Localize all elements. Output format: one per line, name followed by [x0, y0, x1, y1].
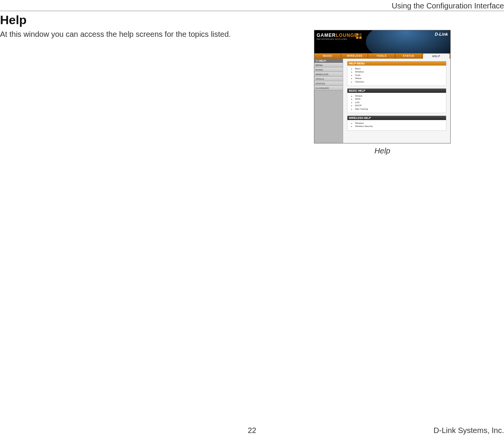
panel-basic-help: BASIC HELP Wizard WAN LAN DHCP Mac Cloni… [347, 88, 446, 113]
help-link-wireless[interactable]: Wireless [355, 70, 446, 73]
svg-line-8 [316, 61, 316, 62]
nav-tab-wireless[interactable]: WIRELESS [341, 53, 368, 59]
router-banner: GAMERLOUNGE NETWORKING EVOLVED D-Link [314, 30, 450, 53]
nav-tab-tools[interactable]: TOOLS [368, 53, 395, 59]
svg-line-7 [317, 60, 318, 60]
svg-line-6 [317, 61, 318, 62]
panel-header: WIRELESS HELP [347, 116, 446, 120]
help-link-wireless-security[interactable]: Wireless Security [355, 125, 446, 128]
figure-caption: Help [314, 147, 451, 155]
help-link-mac-cloning[interactable]: Mac Cloning [355, 107, 446, 110]
panel-header: BASIC HELP [347, 89, 446, 93]
panel-help-menu: HELP MENU Basic Wireless Tools Status Gl… [347, 61, 446, 86]
help-link-tools[interactable]: Tools [355, 74, 446, 77]
gear-icon [316, 59, 318, 62]
dlink-logo: D-Link [435, 32, 448, 36]
sidebar-header-label: HELP [319, 59, 326, 62]
help-link-lan[interactable]: LAN [355, 101, 446, 104]
brand-subtitle: NETWORKING EVOLVED [317, 38, 358, 40]
router-top-nav: BASIC WIRELESS TOOLS STATUS HELP [314, 53, 450, 59]
panel-header: HELP MENU [347, 61, 446, 66]
nav-tab-basic[interactable]: BASIC [314, 53, 341, 59]
sidebar-item-menu[interactable]: MENU [314, 63, 343, 68]
help-link-basic[interactable]: Basic [355, 67, 446, 70]
nav-tab-status[interactable]: STATUS [395, 53, 422, 59]
router-screenshot: GAMERLOUNGE NETWORKING EVOLVED D-Link BA… [314, 30, 451, 143]
footer-company: D-Link Systems, Inc. [434, 426, 504, 435]
page-number: 22 [248, 426, 256, 435]
logo-squares-icon [356, 33, 362, 39]
help-link-wizard[interactable]: Wizard [355, 94, 446, 97]
help-link-status[interactable]: Status [355, 77, 446, 80]
page-title: Help [0, 13, 26, 27]
sidebar-item-tools[interactable]: TOOLS [314, 77, 343, 81]
sidebar-item-glossary[interactable]: GLOSSARY [314, 86, 343, 91]
router-body: HELP MENU BASIC WIRELESS TOOLS STATUS GL… [314, 59, 450, 143]
panel-list: Basic Wireless Tools Status Glossary [347, 67, 446, 83]
router-main: HELP MENU Basic Wireless Tools Status Gl… [343, 59, 450, 143]
router-sidebar: HELP MENU BASIC WIRELESS TOOLS STATUS GL… [314, 59, 343, 143]
svg-line-5 [316, 60, 316, 60]
panel-wireless-help: WIRELESS HELP Wireless Wireless Security [347, 115, 446, 131]
sidebar-item-wireless[interactable]: WIRELESS [314, 72, 343, 77]
sidebar-item-basic[interactable]: BASIC [314, 68, 343, 72]
svg-point-0 [316, 60, 317, 61]
help-link-wan[interactable]: WAN [355, 97, 446, 100]
help-link-wireless[interactable]: Wireless [355, 122, 446, 125]
help-link-dhcp[interactable]: DHCP [355, 104, 446, 107]
brand-accent: LOUNGE [336, 33, 358, 38]
brand-main: GAMER [317, 33, 336, 38]
help-figure: GAMERLOUNGE NETWORKING EVOLVED D-Link BA… [314, 30, 451, 155]
panel-list: Wizard WAN LAN DHCP Mac Cloning [347, 94, 446, 110]
help-link-glossary[interactable]: Glossary [355, 80, 446, 83]
nav-tab-help[interactable]: HELP [423, 54, 449, 59]
gamerlounge-logo: GAMERLOUNGE NETWORKING EVOLVED [317, 33, 358, 40]
sidebar-item-status[interactable]: STATUS [314, 81, 343, 86]
document-page: Using the Configuration Interface Help A… [0, 0, 504, 438]
header-divider [0, 11, 504, 11]
section-header: Using the Configuration Interface [392, 2, 504, 10]
intro-text: At this window you can access the help s… [0, 30, 231, 39]
panel-list: Wireless Wireless Security [347, 122, 446, 128]
sidebar-header: HELP [314, 59, 343, 63]
